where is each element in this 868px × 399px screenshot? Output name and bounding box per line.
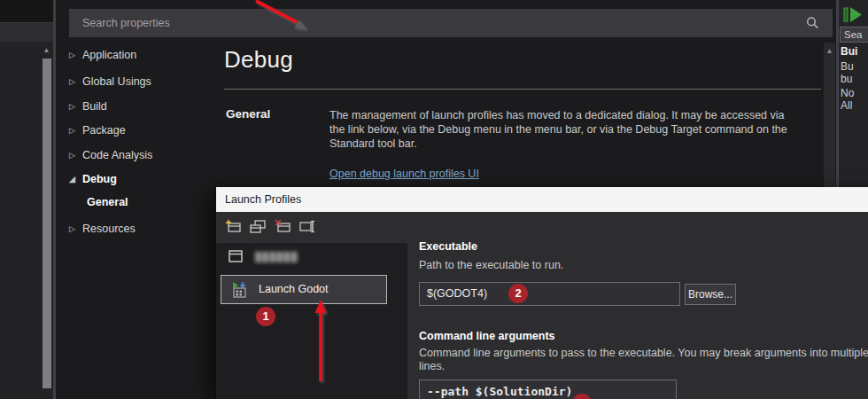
- right-panel-search-input[interactable]: Sea: [840, 27, 868, 43]
- vs-properties-window: ▼ ▲ Search properties ▲ ▷Application ▷Gl…: [0, 0, 868, 399]
- rename-profile-icon[interactable]: [299, 219, 315, 234]
- command-line-input[interactable]: --path $(SolutionDir): [419, 379, 677, 399]
- search-properties-input[interactable]: Search properties: [69, 9, 833, 37]
- right-panel-text: No: [841, 87, 854, 99]
- annotation-badge-1: 1: [256, 307, 275, 326]
- chevron-right-icon[interactable]: ▷: [69, 77, 82, 86]
- search-icon: [805, 16, 820, 31]
- profile-item-launch-godot[interactable]: Launch Godot: [221, 275, 387, 304]
- right-panel-header: Bui: [841, 45, 857, 58]
- right-panel-text: bu: [841, 73, 852, 85]
- profiles-toolbar: [225, 219, 315, 235]
- executable-input[interactable]: $(GODOT4): [419, 282, 680, 306]
- sidebar-item-build[interactable]: ▷Build: [69, 100, 107, 114]
- general-description-line: The management of launch profiles has mo…: [329, 109, 785, 121]
- annotation-arrow-search: [235, 0, 319, 37]
- sidebar-item-code-analysis[interactable]: ▷Code Analysis: [69, 149, 152, 163]
- panel-divider: [53, 0, 56, 399]
- sidebar-item-application[interactable]: ▷Application: [69, 49, 136, 63]
- page-title: Debug: [224, 46, 293, 74]
- profile-name-redacted: ██████: [255, 252, 298, 262]
- sidebar-item-debug-general[interactable]: General: [69, 196, 128, 210]
- scroll-up-icon[interactable]: ▲: [41, 45, 52, 56]
- chevron-right-icon[interactable]: ▷: [69, 102, 82, 111]
- right-panel-text: Bu: [841, 60, 854, 73]
- right-panel-text: All: [841, 99, 852, 112]
- chevron-expanded-icon[interactable]: ◢: [69, 175, 82, 184]
- scroll-up-icon[interactable]: ▲: [824, 46, 835, 57]
- start-debug-icon[interactable]: [843, 6, 864, 24]
- executable-help: Path to the executable to run.: [419, 259, 563, 271]
- left-toolwindow-search-bar[interactable]: ▼: [0, 23, 53, 42]
- left-scrollbar-thumb[interactable]: [43, 59, 51, 388]
- chevron-right-icon[interactable]: ▷: [69, 151, 82, 160]
- general-description-line: Standard tool bar.: [329, 137, 417, 150]
- duplicate-profile-icon[interactable]: [250, 219, 266, 234]
- command-line-label: Command line arguments: [419, 330, 555, 342]
- sidebar-item-package[interactable]: ▷Package: [69, 124, 126, 138]
- window-icon: [229, 250, 243, 262]
- heading-divider: [224, 89, 821, 90]
- chevron-right-icon[interactable]: ▷: [69, 224, 82, 233]
- command-line-help-line: Command line arguments to pass to the ex…: [419, 347, 868, 359]
- executable-label: Executable: [419, 240, 477, 253]
- new-profile-icon[interactable]: [225, 219, 241, 234]
- section-label-general: General: [226, 107, 270, 121]
- chevron-right-icon[interactable]: ▷: [69, 126, 82, 135]
- search-properties-placeholder: Search properties: [82, 9, 170, 37]
- chevron-right-icon[interactable]: ▷: [69, 51, 82, 59]
- delete-profile-icon[interactable]: [275, 219, 291, 234]
- annotation-badge-2: 2: [508, 284, 528, 303]
- sidebar-item-global-usings[interactable]: ▷Global Usings: [69, 75, 151, 90]
- command-line-help-line: lines.: [419, 360, 445, 372]
- left-toolwindow-header: [0, 0, 53, 23]
- open-launch-profiles-link[interactable]: Open debug launch profiles UI: [329, 168, 479, 180]
- launch-godot-icon: [232, 282, 250, 299]
- sidebar-item-resources[interactable]: ▷Resources: [69, 223, 136, 237]
- general-description-line: the link below, via the Debug menu in th…: [329, 123, 787, 136]
- sidebar-item-debug[interactable]: ◢Debug: [69, 173, 117, 187]
- annotation-arrow-launch-godot: [305, 294, 340, 387]
- dialog-title: Launch Profiles: [216, 187, 868, 212]
- browse-button[interactable]: Browse...: [685, 284, 736, 305]
- profile-item-redacted[interactable]: [229, 250, 243, 264]
